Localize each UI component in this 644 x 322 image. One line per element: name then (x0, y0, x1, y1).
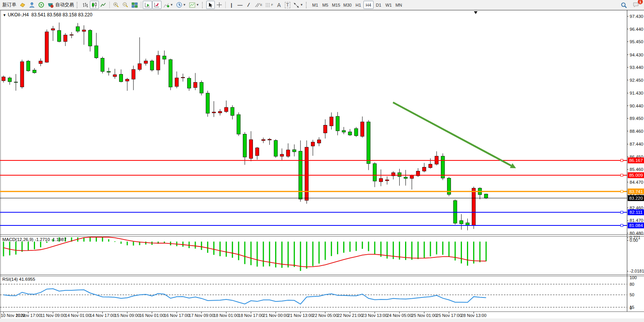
candle-bullish (225, 107, 228, 112)
time-tick-label: 25 Nov 17:00 (436, 313, 462, 318)
candle-bearish (342, 130, 346, 132)
candle-bullish (39, 61, 42, 64)
candle-bullish (305, 147, 309, 201)
time-tick-label: 25 Nov 01:00 (411, 313, 437, 318)
chart-ohlc-values: 83.541 83.568 83.158 83.220 (32, 12, 93, 18)
candle-bearish (274, 141, 277, 157)
candle-bearish (150, 61, 154, 70)
candle-bearish (188, 78, 191, 88)
candle-bearish (200, 83, 203, 93)
candle-bullish (385, 180, 389, 181)
candle-bullish (268, 139, 271, 140)
candle-bullish (472, 188, 476, 225)
price-tick-label: 87.440 (630, 142, 643, 146)
candle-bullish (218, 111, 222, 113)
line-drag-handle[interactable] (621, 174, 623, 176)
candle-bullish (45, 32, 49, 62)
rsi-tick-label: 100 (630, 275, 637, 280)
candle-bearish (484, 194, 488, 198)
candle-bearish (33, 70, 36, 73)
chart-expander-icon[interactable]: ▼ (3, 13, 6, 17)
candle-bearish (237, 114, 240, 134)
candle-bullish (429, 164, 432, 168)
candle-bearish (26, 61, 30, 71)
time-tick-label: 17 Nov 09:00 (189, 313, 214, 318)
candle-bullish (212, 112, 216, 113)
time-tick-label: 22 Nov 21:00 (337, 313, 363, 318)
candle-bearish (453, 201, 457, 223)
candle-bullish (132, 69, 135, 79)
candle-bullish (423, 167, 426, 171)
candle-bullish (261, 139, 265, 141)
macd-tick-label: 0.00 (630, 238, 638, 243)
candle-bullish (181, 77, 185, 78)
candle-bearish (206, 93, 209, 113)
time-tick-label: 21 Nov 00:00 (263, 313, 288, 318)
rsi-tick-label: 0 (630, 306, 632, 310)
candle-bearish (8, 78, 11, 82)
candle-bearish (231, 107, 234, 116)
candle-bullish (113, 75, 117, 77)
price-tick-label: 89.450 (630, 116, 643, 121)
candle-bearish (107, 72, 111, 72)
price-tick-label: 84.470 (630, 180, 643, 185)
window-bottom-strip (0, 318, 644, 322)
candle-bullish (255, 148, 259, 156)
candle-bullish (193, 83, 197, 88)
price-tick-label: 80.480 (630, 231, 643, 236)
candle-bearish (243, 134, 247, 157)
candle-bullish (317, 140, 321, 143)
mt4-window: 新订单 自动交易 (0, 0, 644, 322)
line-drag-handle[interactable] (621, 224, 623, 227)
candle-bullish (156, 55, 160, 70)
line-drag-handle[interactable] (621, 159, 623, 162)
candle-bullish (330, 117, 333, 126)
candle-bearish (169, 60, 172, 87)
time-tick-label: 22 Nov 05:00 (312, 313, 338, 318)
candle-bearish (293, 150, 296, 152)
candle-bullish (323, 125, 327, 133)
price-tick-label: 91.430 (630, 91, 643, 95)
time-tick-label: 11 Nov 09:00 (40, 313, 66, 318)
candle-bearish (336, 116, 339, 131)
time-tick-label: 16 Nov 01:00 (139, 313, 165, 318)
price-tick-label: 92.450 (630, 78, 643, 83)
time-tick-label: 18 Nov 17:00 (238, 313, 263, 318)
candle-bullish (249, 140, 253, 158)
candle-bearish (76, 26, 79, 31)
line-drag-handle[interactable] (621, 211, 623, 213)
candle-bearish (58, 30, 61, 42)
candle-bearish (398, 172, 401, 176)
candle-bullish (70, 35, 73, 35)
candle-bullish (175, 78, 179, 86)
price-line-label: 86.167 (629, 158, 643, 163)
rsi-tick-label: 50 (630, 292, 634, 297)
candle-bearish (367, 122, 370, 164)
price-line-label: 85.009 (629, 173, 643, 178)
price-line-label: 83.741 (629, 189, 643, 194)
chart-canvas[interactable]: 97.43096.44095.45094.43093.44092.45091.4… (0, 0, 644, 322)
line-drag-handle[interactable] (621, 190, 623, 193)
macd-tick-label: -2.0181 (630, 269, 644, 273)
time-tick-label: 23 Nov 13:00 (362, 313, 387, 318)
candle-bearish (95, 46, 98, 58)
candle-bullish (144, 61, 147, 63)
candle-bearish (119, 74, 123, 82)
candle-bearish (404, 177, 407, 178)
candle-bullish (361, 122, 364, 136)
candle-bullish (64, 35, 67, 42)
candle-bullish (280, 154, 284, 156)
candle-bullish (2, 77, 5, 81)
candle-bullish (20, 62, 24, 87)
price-line-label: 82.111 (630, 210, 642, 215)
price-tick-label: 81.470 (630, 218, 643, 223)
candle-bearish (354, 128, 358, 135)
price-line-label: 83.220 (629, 196, 643, 201)
time-tick-label: 24 Nov 05:00 (387, 313, 412, 318)
candle-bullish (82, 30, 86, 32)
time-tick-label: 16 Nov 17:00 (164, 313, 189, 318)
rsi-indicator-label: RSI(14) 41.6955 (2, 277, 35, 282)
price-line-label: 81.084 (629, 223, 643, 228)
candle-bullish (126, 79, 129, 81)
chart-symbol: UKOil-,H4 (8, 12, 29, 18)
